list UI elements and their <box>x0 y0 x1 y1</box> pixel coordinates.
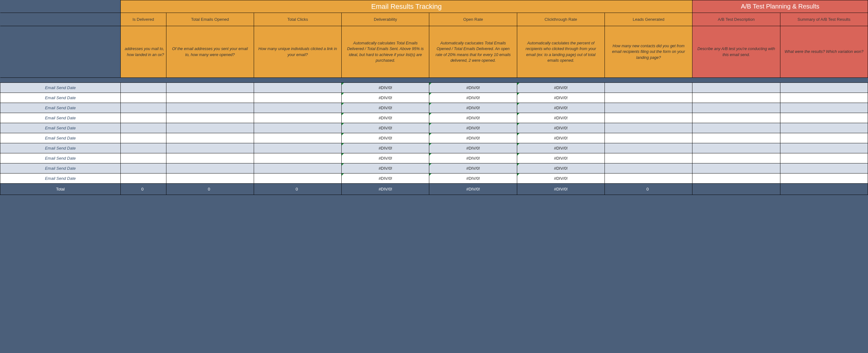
cell-delivered[interactable] <box>120 143 166 153</box>
cell-deliverability[interactable]: #DIV/0! <box>342 153 429 164</box>
cell-clicks[interactable] <box>254 143 341 153</box>
cell-clicks[interactable] <box>254 174 341 184</box>
cell-leads[interactable] <box>605 93 692 103</box>
total-label[interactable]: Total <box>0 184 121 195</box>
header-deliverability[interactable]: Deliverability <box>342 13 429 26</box>
row-label[interactable]: Email Send Date <box>0 93 121 103</box>
cell-delivered[interactable] <box>120 113 166 123</box>
desc-open-rate[interactable]: Automatically caclucates Total Emails Op… <box>429 26 517 78</box>
cell-open-rate[interactable]: #DIV/0! <box>429 83 517 93</box>
cell-delivered[interactable] <box>120 83 166 93</box>
cell-deliverability[interactable]: #DIV/0! <box>342 174 429 184</box>
cell-ab-summary[interactable] <box>780 103 868 113</box>
cell-ctr[interactable]: #DIV/0! <box>517 123 604 133</box>
cell-clicks[interactable] <box>254 133 341 143</box>
cell-ctr[interactable]: #DIV/0! <box>517 143 604 153</box>
header-ctr[interactable]: Clickthrough Rate <box>517 13 604 26</box>
desc-delivered[interactable]: addresses you mail to, how landed in an … <box>120 26 166 78</box>
cell-leads[interactable] <box>605 83 692 93</box>
cell-open-rate[interactable]: #DIV/0! <box>429 174 517 184</box>
cell-clicks[interactable] <box>254 103 341 113</box>
cell-ab-desc[interactable] <box>692 123 780 133</box>
cell-deliverability[interactable]: #DIV/0! <box>342 143 429 153</box>
cell-leads[interactable] <box>605 123 692 133</box>
title-email-results[interactable]: Email Results Tracking <box>120 0 692 13</box>
row-label[interactable]: Email Send Date <box>0 113 121 123</box>
desc-deliverability[interactable]: Automatically calculates Total Emails De… <box>342 26 429 78</box>
header-delivered[interactable]: ls Delivered <box>120 13 166 26</box>
header-clicks[interactable]: Total Clicks <box>254 13 341 26</box>
cell-open-rate[interactable]: #DIV/0! <box>429 143 517 153</box>
cell-delivered[interactable] <box>120 103 166 113</box>
row-label[interactable]: Email Send Date <box>0 153 121 164</box>
cell-open-rate[interactable]: #DIV/0! <box>429 93 517 103</box>
total-clicks[interactable]: 0 <box>254 184 341 195</box>
cell-clicks[interactable] <box>254 83 341 93</box>
cell-opened[interactable] <box>166 83 254 93</box>
header-ab-summary[interactable]: Summary of A/B Test Results <box>780 13 868 26</box>
total-opened[interactable]: 0 <box>166 184 254 195</box>
cell-open-rate[interactable]: #DIV/0! <box>429 133 517 143</box>
cell-delivered[interactable] <box>120 164 166 174</box>
total-ab-summary[interactable] <box>780 184 868 195</box>
cell-leads[interactable] <box>605 113 692 123</box>
total-delivered[interactable]: 0 <box>120 184 166 195</box>
cell-open-rate[interactable]: #DIV/0! <box>429 164 517 174</box>
cell-ab-summary[interactable] <box>780 93 868 103</box>
cell-opened[interactable] <box>166 153 254 164</box>
cell-opened[interactable] <box>166 174 254 184</box>
cell-open-rate[interactable]: #DIV/0! <box>429 113 517 123</box>
cell-ctr[interactable]: #DIV/0! <box>517 83 604 93</box>
cell-deliverability[interactable]: #DIV/0! <box>342 83 429 93</box>
cell-ab-desc[interactable] <box>692 133 780 143</box>
cell-leads[interactable] <box>605 153 692 164</box>
cell-deliverability[interactable]: #DIV/0! <box>342 103 429 113</box>
total-ab-desc[interactable] <box>692 184 780 195</box>
header-leads[interactable]: Leads Generated <box>605 13 692 26</box>
header-opened[interactable]: Total Emails Opened <box>166 13 254 26</box>
cell-ab-desc[interactable] <box>692 93 780 103</box>
total-deliverability[interactable]: #DIV/0! <box>342 184 429 195</box>
total-open-rate[interactable]: #DIV/0! <box>429 184 517 195</box>
cell-ab-summary[interactable] <box>780 113 868 123</box>
cell-ab-desc[interactable] <box>692 153 780 164</box>
row-label[interactable]: Email Send Date <box>0 83 121 93</box>
cell-ab-desc[interactable] <box>692 164 780 174</box>
desc-leads[interactable]: How many new contacts did you get from e… <box>605 26 692 78</box>
cell-ab-desc[interactable] <box>692 103 780 113</box>
row-label[interactable]: Email Send Date <box>0 174 121 184</box>
header-open-rate[interactable]: Open Rate <box>429 13 517 26</box>
cell-deliverability[interactable]: #DIV/0! <box>342 113 429 123</box>
row-label[interactable]: Email Send Date <box>0 164 121 174</box>
cell-ab-desc[interactable] <box>692 83 780 93</box>
desc-ctr[interactable]: Automatically caclulates the percent of … <box>517 26 604 78</box>
cell-clicks[interactable] <box>254 153 341 164</box>
cell-opened[interactable] <box>166 103 254 113</box>
row-label[interactable]: Email Send Date <box>0 143 121 153</box>
cell-ctr[interactable]: #DIV/0! <box>517 153 604 164</box>
total-ctr[interactable]: #DIV/0! <box>517 184 604 195</box>
cell-ab-desc[interactable] <box>692 113 780 123</box>
cell-clicks[interactable] <box>254 93 341 103</box>
cell-ab-summary[interactable] <box>780 133 868 143</box>
cell-deliverability[interactable]: #DIV/0! <box>342 133 429 143</box>
cell-clicks[interactable] <box>254 123 341 133</box>
cell-ab-summary[interactable] <box>780 174 868 184</box>
header-ab-desc[interactable]: A/B Test Description <box>692 13 780 26</box>
desc-clicks[interactable]: How many unique individuals clicked a li… <box>254 26 341 78</box>
cell-leads[interactable] <box>605 103 692 113</box>
cell-ab-desc[interactable] <box>692 143 780 153</box>
cell-delivered[interactable] <box>120 93 166 103</box>
cell-open-rate[interactable]: #DIV/0! <box>429 103 517 113</box>
cell-ctr[interactable]: #DIV/0! <box>517 93 604 103</box>
cell-ctr[interactable]: #DIV/0! <box>517 133 604 143</box>
cell-clicks[interactable] <box>254 164 341 174</box>
desc-ab-summary[interactable]: What were the results? Which variation w… <box>780 26 868 78</box>
cell-leads[interactable] <box>605 174 692 184</box>
cell-open-rate[interactable]: #DIV/0! <box>429 153 517 164</box>
cell-clicks[interactable] <box>254 113 341 123</box>
cell-opened[interactable] <box>166 113 254 123</box>
cell-ab-summary[interactable] <box>780 153 868 164</box>
cell-open-rate[interactable]: #DIV/0! <box>429 123 517 133</box>
cell-ab-summary[interactable] <box>780 143 868 153</box>
